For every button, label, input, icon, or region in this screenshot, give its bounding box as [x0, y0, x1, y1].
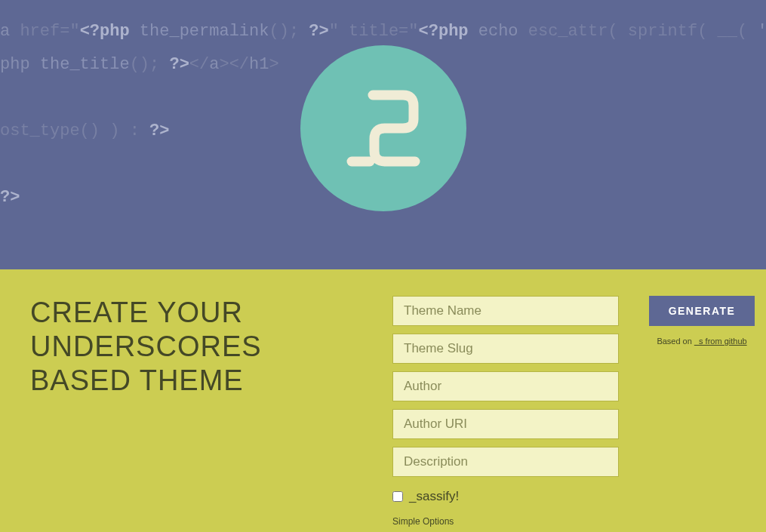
based-on-text: Based on _s from github	[649, 337, 755, 346]
logo-s-icon	[331, 75, 436, 181]
sassify-label[interactable]: _sassify!	[409, 489, 459, 504]
generate-button[interactable]: GENERATE	[649, 296, 755, 326]
page-heading: CREATE YOUR UNDERSCORES BASED THEME	[30, 296, 362, 397]
description-input[interactable]	[392, 447, 619, 477]
simple-options-link[interactable]: Simple Options	[392, 516, 619, 527]
underscores-logo	[300, 45, 466, 211]
theme-name-input[interactable]	[392, 296, 619, 326]
author-input[interactable]	[392, 371, 619, 401]
sassify-checkbox[interactable]	[392, 491, 403, 502]
author-uri-input[interactable]	[392, 409, 619, 439]
theme-slug-input[interactable]	[392, 334, 619, 364]
github-link[interactable]: _s from github	[694, 337, 747, 346]
